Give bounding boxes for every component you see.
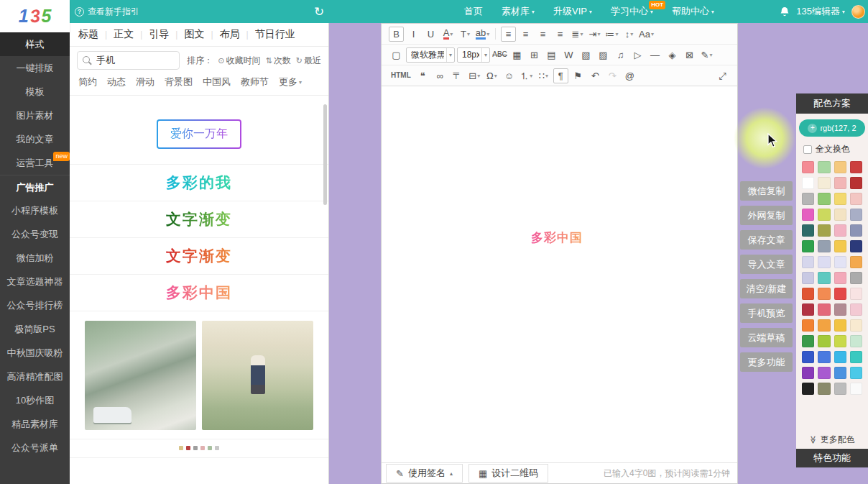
color-swatch[interactable] bbox=[834, 351, 846, 363]
sidebar-item-ad-promotion[interactable]: 广告推广 bbox=[0, 175, 70, 198]
font-family-select[interactable]: 微软雅黑▾ bbox=[406, 47, 455, 63]
sidebar-item-premium-materials[interactable]: 精品素材库 bbox=[0, 412, 70, 436]
filter-slide[interactable]: 滑动 bbox=[136, 76, 154, 88]
color-swatch[interactable] bbox=[802, 383, 814, 395]
screenshot-button[interactable]: ⊞ bbox=[527, 47, 542, 63]
style-card[interactable]: 文字渐变 bbox=[70, 238, 328, 275]
sidebar-item-mini-ps[interactable]: 极简版PS bbox=[0, 317, 70, 341]
flag-button[interactable]: ⚑ bbox=[571, 68, 586, 83]
table-button[interactable]: ▦ bbox=[509, 47, 525, 63]
editor-text[interactable]: 多彩中国 bbox=[531, 229, 583, 246]
avatar[interactable] bbox=[851, 5, 865, 19]
color-swatch[interactable] bbox=[818, 272, 830, 284]
sidebar-item-quick-draw[interactable]: 10秒作图 bbox=[0, 388, 70, 412]
color-swatch[interactable] bbox=[850, 177, 862, 189]
fullscreen-button[interactable]: ⤢ bbox=[715, 68, 730, 83]
scrollbar-thumb[interactable] bbox=[323, 104, 327, 205]
link-button[interactable]: ∞ bbox=[433, 68, 448, 83]
sidebar-item-topic-tool[interactable]: 文章选题神器 bbox=[0, 270, 70, 293]
color-swatch[interactable] bbox=[834, 319, 846, 332]
color-swatch[interactable] bbox=[818, 367, 830, 379]
pagination-dot[interactable] bbox=[179, 446, 183, 450]
color-swatch[interactable] bbox=[818, 256, 830, 268]
new-document-button[interactable]: ▢ bbox=[389, 47, 404, 63]
color-swatch[interactable] bbox=[802, 161, 814, 173]
sidebar-item-one-click-layout[interactable]: 一键排版 bbox=[0, 56, 70, 80]
color-swatch[interactable] bbox=[834, 177, 846, 189]
color-swatch[interactable] bbox=[818, 288, 830, 300]
sort-favorite-time[interactable]: ⊙收藏时间 bbox=[218, 55, 260, 67]
import-article-button[interactable]: 导入文章 bbox=[740, 255, 793, 274]
nav-item-materials[interactable]: 素材库▾ bbox=[492, 0, 544, 23]
pagination-dot[interactable] bbox=[215, 446, 219, 450]
horizontal-rule-button[interactable]: — bbox=[647, 47, 662, 63]
special-functions-button[interactable]: 特色功能 bbox=[796, 449, 868, 467]
design-qrcode-button[interactable]: ▦ 设计二维码 bbox=[468, 464, 548, 483]
logo[interactable]: 135 bbox=[0, 0, 70, 32]
sidebar-item-account-ranking[interactable]: 公众号排行榜 bbox=[0, 293, 70, 317]
color-swatch[interactable] bbox=[802, 367, 814, 379]
ordered-list-button[interactable]: ⒈▾ bbox=[519, 68, 534, 83]
sidebar-item-miniprogram-templates[interactable]: 小程序模板 bbox=[0, 198, 70, 222]
phone-preview-button[interactable]: 手机预览 bbox=[740, 303, 793, 323]
tab-image-text[interactable]: 图文 bbox=[184, 28, 204, 41]
global-recolor-checkbox[interactable] bbox=[803, 145, 812, 154]
color-swatch[interactable] bbox=[850, 209, 862, 221]
pagination-dot[interactable] bbox=[208, 446, 212, 450]
sidebar-item-account-monetize[interactable]: 公众号变现 bbox=[0, 222, 70, 246]
color-swatch[interactable] bbox=[818, 335, 830, 347]
color-swatch[interactable] bbox=[834, 209, 846, 221]
color-swatch[interactable] bbox=[818, 351, 830, 363]
align-right-button[interactable]: ≡ bbox=[535, 27, 550, 42]
more-functions-button[interactable]: 更多功能 bbox=[740, 352, 793, 372]
tab-festival-industry[interactable]: 节日行业 bbox=[255, 28, 295, 41]
more-colors-button[interactable]: ≫ 更多配色 bbox=[796, 431, 868, 449]
image-button[interactable]: ▧ bbox=[578, 47, 594, 63]
blockquote-button[interactable]: ❝ bbox=[415, 68, 430, 83]
style-thumbnail[interactable] bbox=[85, 321, 196, 430]
color-swatch[interactable] bbox=[818, 303, 830, 316]
color-swatch[interactable] bbox=[850, 193, 862, 205]
color-swatch[interactable] bbox=[802, 177, 814, 189]
filter-teachers-day[interactable]: 教师节 bbox=[241, 76, 269, 88]
spacing-button[interactable]: ↕▾ bbox=[622, 27, 637, 42]
nav-item-help[interactable]: 帮助中心▾ bbox=[662, 0, 724, 23]
pagination-dot[interactable] bbox=[186, 446, 190, 450]
color-swatch[interactable] bbox=[850, 319, 862, 332]
color-swatch[interactable] bbox=[850, 161, 862, 173]
save-article-button[interactable]: 保存文章 bbox=[740, 230, 793, 250]
pagination-dot[interactable] bbox=[193, 446, 198, 450]
color-swatch[interactable] bbox=[802, 193, 814, 205]
color-swatch[interactable] bbox=[834, 256, 846, 268]
style-card[interactable]: 多彩中国 bbox=[70, 275, 328, 311]
color-swatch[interactable] bbox=[834, 272, 846, 284]
bullet-list-button[interactable]: ∷▾ bbox=[536, 68, 551, 83]
underline-button[interactable]: U bbox=[423, 27, 438, 42]
italic-button[interactable]: I bbox=[406, 27, 421, 42]
anchor-button[interactable]: 〒 bbox=[450, 68, 465, 83]
align-left-button[interactable]: ≡ bbox=[501, 27, 516, 42]
color-swatch[interactable] bbox=[818, 177, 830, 189]
sidebar-item-image-materials[interactable]: 图片素材 bbox=[0, 104, 70, 127]
format-brush-button[interactable]: ◈ bbox=[665, 47, 680, 63]
search-input[interactable] bbox=[77, 51, 180, 70]
sidebar-item-operation-tools[interactable]: 运营工具new bbox=[0, 151, 70, 175]
paragraph-style-button[interactable]: ≔▾ bbox=[604, 27, 619, 42]
style-card[interactable]: 多彩的我 bbox=[70, 165, 328, 201]
color-swatch[interactable] bbox=[802, 351, 814, 363]
sidebar-item-my-articles[interactable]: 我的文章 bbox=[0, 127, 70, 151]
clipboard-button[interactable]: ▤ bbox=[544, 47, 559, 63]
tab-body[interactable]: 正文 bbox=[114, 28, 134, 41]
color-swatch[interactable] bbox=[834, 240, 846, 252]
tab-guide[interactable]: 引导 bbox=[149, 28, 169, 41]
tab-layout[interactable]: 布局 bbox=[220, 28, 240, 41]
nav-item-vip[interactable]: 升级VIP▾ bbox=[544, 0, 601, 23]
bold-button[interactable]: B bbox=[389, 27, 404, 42]
sidebar-item-account-dispatch[interactable]: 公众号派单 bbox=[0, 436, 70, 460]
color-swatch[interactable] bbox=[818, 240, 830, 252]
style-card[interactable] bbox=[70, 311, 328, 439]
pagination-dot[interactable] bbox=[200, 446, 205, 450]
color-swatch[interactable] bbox=[818, 319, 830, 332]
eraser-button[interactable]: ⊠ bbox=[682, 47, 697, 63]
color-swatch[interactable] bbox=[850, 367, 862, 379]
